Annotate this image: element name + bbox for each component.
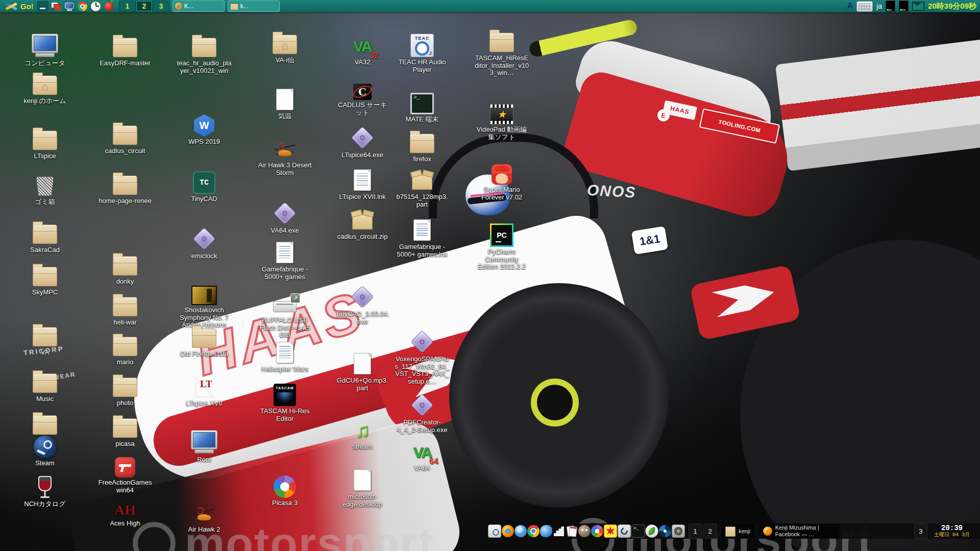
desktop-icon-gamefabrique-lnk[interactable]: Gamefabrique - 5000+ games.lnk (394, 217, 450, 258)
desktop-icon-cadlus-zip[interactable]: cadlus_circuit.zip (334, 207, 390, 241)
desktop-icon-voxengo[interactable]: VoxengoSPANPlus_117_Win32_64_VST_VST3_AA… (394, 330, 450, 385)
desktop-icon-nch-catalog[interactable]: NCHカタログ (17, 474, 73, 508)
desktop-icon-donky[interactable]: donky (97, 252, 153, 286)
volume-icon[interactable] (672, 524, 685, 538)
keyboard-icon[interactable] (856, 1, 873, 12)
desktop-icon-b75154-part[interactable]: b75154_128mp3.part (394, 167, 450, 208)
maple-leaf-icon[interactable] (604, 524, 617, 538)
desktop-icon-picasa3[interactable]: Picasa 3 (257, 473, 313, 507)
desktop-icon-pycharm[interactable]: PCPyCharm Community Edition 2022.2.2 (474, 222, 530, 271)
desktop-icon-teac-player[interactable]: TEACTEAC HR Audio Player (394, 33, 450, 73)
show-desktop-button[interactable] (36, 1, 50, 12)
bluefish-icon[interactable] (540, 525, 552, 537)
desktop-icon-wps[interactable]: WWPS 2019 (176, 112, 232, 146)
desktop-icon-cadlus-circuit[interactable]: cadlus_circuit (97, 121, 153, 155)
desktop-icon-buffalo-usb[interactable]: BUFFALO USB Flash Disk—14.5 GiB (257, 291, 313, 339)
desktop-icon-picasa-folder[interactable]: picasa (97, 414, 153, 448)
chrome-launcher-button[interactable] (76, 1, 89, 12)
chrome-icon[interactable] (527, 525, 540, 537)
workspace-1[interactable]: 1 (689, 523, 702, 539)
disc-app-icon[interactable] (618, 524, 631, 538)
desktop-icon-ltspice-lnk[interactable]: LTspice XVII.lnk (334, 167, 390, 201)
desktop-icon-music[interactable]: Music (17, 369, 73, 403)
desktop-icon-ltspice-xvii[interactable]: LTLTspice XVII (176, 374, 232, 408)
geany-icon[interactable] (645, 524, 658, 538)
desktop-icon-cadlus[interactable]: CCADLUS サーキット (334, 76, 390, 116)
desktop-icon-va-home[interactable]: VA-i仙 (257, 31, 313, 64)
system-monitor-graph[interactable] (899, 1, 909, 12)
gimp-icon[interactable] (578, 525, 591, 537)
terminal-icon[interactable] (631, 524, 645, 538)
desktop-icon-ltspice-folder[interactable]: LTspice (17, 127, 73, 160)
desktop-icon-aces-high[interactable]: AHAces High (97, 494, 153, 528)
desktop-icon-mario-folder[interactable]: mario (97, 333, 153, 366)
workspace-2[interactable]: 2 (703, 523, 717, 539)
photo-wheel-icon[interactable] (659, 525, 671, 537)
workspace-3[interactable]: 3 (914, 523, 927, 539)
desktop-icon-freeaction-games[interactable]: FreeActionGames win64 (97, 453, 153, 494)
desktop-icon-ms-edge[interactable]: microsoft-edge.desktop (334, 467, 390, 508)
desktop-icon-stream[interactable]: stream (334, 417, 390, 451)
desktop-icon-air-hawk-2[interactable]: Air Hawk 2 (176, 500, 232, 534)
desktop-icon-tascam-installer[interactable]: TASCAM_HiResEditor_Installer_v103_win… (474, 29, 530, 77)
desktop-icon-videopad[interactable]: VideoPad 動画編集ソフト (474, 100, 530, 141)
taskbar-item-facebook[interactable]: Kenji Mizushima | Facebook — … (759, 524, 840, 538)
envelope-icon[interactable] (912, 2, 924, 11)
workspace-2-active[interactable]: 2 (136, 1, 153, 12)
clock-applet-button[interactable] (89, 1, 103, 12)
desktop-icon-kion[interactable]: 気温 (257, 87, 313, 120)
desktop-icon-ltspice64[interactable]: LTspice64.exe (334, 126, 390, 159)
desktop-icon-pdfcreator[interactable]: PDFCreator-4_4_2-Setup.exe (394, 393, 450, 434)
picasa-icon[interactable] (591, 525, 603, 537)
screenshot-tool-icon[interactable] (488, 524, 501, 538)
va-logo-icon: VA64 (413, 444, 431, 461)
card-game-icon[interactable] (566, 525, 578, 537)
go-menu-button[interactable]: Go! (2, 0, 36, 12)
desktop-icon-steam[interactable]: Steam (17, 434, 73, 467)
desktop-icon-va32[interactable]: VA32VA32 (334, 33, 390, 66)
chromium-icon[interactable] (514, 525, 527, 537)
desktop-icon-emiclock[interactable]: emiclock (176, 227, 232, 260)
desktop-icon-old-firefox-data[interactable]: Old Firefox Data (176, 324, 232, 358)
keyboard-layout-indicator[interactable]: ja (876, 2, 882, 10)
system-monitor-graph[interactable] (886, 1, 895, 12)
desktop-icon-super-mario[interactable]: Super Mario Forever v7.02 (474, 160, 530, 201)
desktop-icon-homepage-renee[interactable]: home-page-renee (97, 171, 153, 205)
panel-clock[interactable]: 20時39分09秒 (928, 2, 976, 11)
desktop-icon-air-hawk-3[interactable]: Air Hawk 3 Desert Storm (257, 136, 313, 177)
workspace-1[interactable]: 1 (119, 1, 136, 12)
desktop-icon-firefox-folder[interactable]: firefox (394, 130, 450, 163)
desktop-icon-va64[interactable]: VA64VA64 (394, 439, 450, 472)
chrome-icon (78, 2, 87, 11)
desktop-icon-easydrf[interactable]: EasyDRF-master (97, 34, 153, 67)
desktop-icon-trash[interactable]: ゴミ箱 (17, 172, 73, 206)
desktop-icon-photo[interactable]: photo (97, 373, 153, 407)
desktop-icon-gamefabrique[interactable]: Gamefabrique - 5000+ games (257, 240, 313, 281)
taskbar-item-firefox-window[interactable]: K... (173, 1, 225, 12)
desktop-icon-heli-war[interactable]: heli-war (97, 293, 153, 327)
desktop-icon-tinycad-exe[interactable]: TinyCAD_3.00.04.exe (334, 285, 390, 325)
input-method-indicator[interactable]: A (847, 2, 853, 11)
window-selector-button[interactable] (50, 1, 63, 12)
desktop-icon-helicopter-wars[interactable]: Helicopter Wars (257, 340, 313, 373)
display-settings-button[interactable] (63, 1, 76, 12)
desktop-icon-tascam-editor[interactable]: TASCAMTASCAM Hi-Res Editor (257, 382, 313, 422)
desktop-icon-mate-terminal[interactable]: MATE 端末 (394, 90, 450, 123)
desktop-icon-tinycad[interactable]: TCTinyCAD (176, 169, 232, 203)
firefox-icon[interactable] (502, 525, 514, 537)
desktop-icon-va-folder[interactable]: VA (17, 323, 73, 357)
taskbar-item-kenji[interactable]: kenji (721, 524, 754, 538)
desktop-icon-skympc[interactable]: SkyMPC (17, 263, 73, 296)
desktop-icon-root[interactable]: Root (176, 430, 232, 464)
system-monitor-icon[interactable] (553, 525, 565, 537)
desktop-icon-home[interactable]: kenji のホーム (17, 71, 73, 105)
desktop-icon-computer[interactable]: コンピュータ (17, 34, 73, 67)
desktop-icon-sakracad[interactable]: SakraCad (17, 220, 73, 254)
taskbar-item-file-manager[interactable]: k... (228, 1, 280, 12)
desktop-icon-va64-exe[interactable]: VA64.exe (257, 201, 313, 235)
desktop-icon-gdcu6-mp3[interactable]: GdCU6+Qo.mp3.part (334, 351, 390, 392)
bottom-clock[interactable]: 20:39 土曜日 04 3月 (934, 524, 970, 538)
desktop-icon-teac-hr-folder[interactable]: teac_hr_audio_player_v10021_win (176, 34, 232, 74)
workspace-3[interactable]: 3 (153, 1, 169, 12)
apple-launcher-button[interactable] (103, 1, 116, 12)
